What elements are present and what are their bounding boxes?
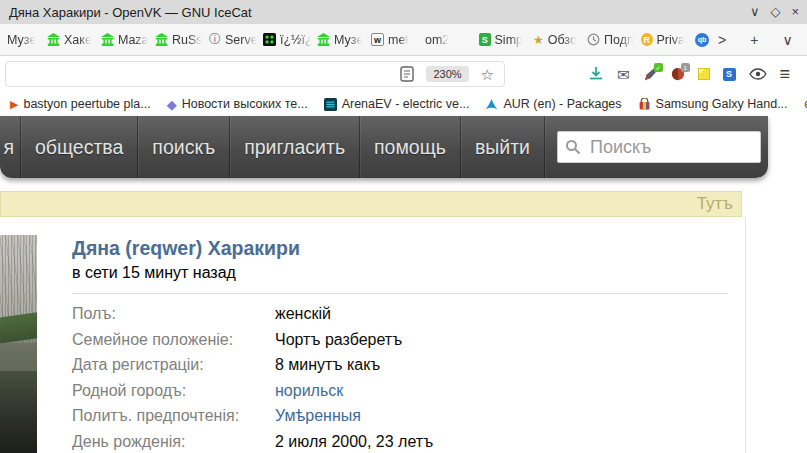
r-orange-icon: R [641,33,653,46]
minimize-button[interactable]: ∨ [750,0,760,24]
tab-strip-controls: > + ∨ [718,32,807,48]
mail-icon[interactable]: ✉ [617,67,630,82]
tab-label: Maza [118,33,149,47]
content-right-border [745,217,746,453]
search-input[interactable] [557,131,761,163]
tab[interactable]: Музе [312,24,366,55]
tab-label: Хаке [64,33,92,47]
tab[interactable]: RuSs [150,24,204,55]
globe-icon: ⊕ [804,96,807,112]
reader-mode-icon[interactable] [400,66,414,82]
tab[interactable]: om2 [420,24,474,55]
window-titlebar: Дяна Харакири - OpenVK — GNU IceCat ∨ ◇ … [0,0,807,24]
notice-banner: Тутъ [0,191,742,217]
sticky-note-icon [698,68,710,80]
browser-window: Дяна Харакири - OpenVK — GNU IceCat ∨ ◇ … [0,0,807,453]
play-icon: ▶ [10,98,18,111]
extension-blocker-icon[interactable]: 1 [671,67,685,81]
bookmark-item[interactable]: Samsung Galxy Hand... [638,97,788,111]
bookmark-item[interactable]: AUR (en) - Packages [485,97,621,111]
field-label: Семейное положеніе: [72,327,275,353]
eye-icon[interactable] [749,68,767,80]
profile-name: Дяна (reqwer) Харакири [72,236,732,260]
photo-house-wall [0,343,37,371]
extension-pen-icon[interactable]: ✓ [643,67,658,82]
tab-label: ï¿½ï¿ [280,33,312,47]
s-green-icon: S [479,33,491,46]
s-blue-icon[interactable]: S [723,68,736,81]
tab[interactable]: qb [690,24,718,55]
bookmark-item[interactable]: ⊕ [ROM][UNOFFICIAL][... [804,96,807,112]
tab[interactable]: w met [366,24,420,55]
close-button[interactable]: × [791,0,799,24]
nav-item-groups[interactable]: общества [20,116,137,178]
banner-link[interactable]: Тутъ [697,194,733,214]
field-value-link[interactable]: Умѣренныя [275,403,361,429]
window-title: Дяна Харакири - OpenVK — GNU IceCat [9,5,252,20]
bank-icon [101,33,114,46]
field-label: День рожденія: [72,429,275,453]
field-label: Полъ: [72,301,275,327]
field-value: Чортъ разберетъ [275,327,402,353]
extension-count-badge: 1 [681,63,690,72]
nav-item-my-page-partial[interactable]: я [0,116,20,178]
downloads-icon[interactable] [588,66,604,82]
bookmarks-bar: ▶ bastyon peertube pla... ◆ Новости высо… [0,92,807,116]
bookmark-item[interactable]: ArenaEV - electric ve... [324,97,470,111]
field-value: 2 июля 2000, 23 летъ [275,429,433,453]
nav-search-box [544,116,761,178]
tab-list-button[interactable]: ∨ [782,32,792,48]
field-row-marital-status: Семейное положеніе: Чортъ разберетъ [72,327,732,353]
tab[interactable]: S Simp [474,24,528,55]
tab-label: RuSs [172,33,203,47]
bookmark-item[interactable]: ▶ bastyon peertube pla... [10,97,151,111]
notes-icon[interactable] [698,68,710,80]
tab[interactable]: Подп [582,24,636,55]
zoom-level-badge[interactable]: 230% [426,66,468,82]
maximize-button[interactable]: ◇ [770,0,780,24]
tab[interactable]: R Priva [636,24,690,55]
tab[interactable]: ★ Обзо [528,24,582,55]
list-teal-icon [324,98,337,111]
profile-info: Дяна (reqwer) Харакири в сети 15 минут н… [72,236,732,453]
field-value-link[interactable]: норильск [275,378,343,404]
new-tab-button[interactable]: + [750,32,758,48]
field-label: Дата регистраціи: [72,352,275,378]
star-icon: ★ [533,33,544,47]
tab-label: met [388,33,409,47]
field-row-hometown: Родной городъ: норильск [72,378,732,404]
tab-label: om2 [425,33,449,47]
hamburger-menu-icon[interactable]: ≡ [780,65,791,83]
scroll-tabs-right-button[interactable]: > [718,32,726,48]
nav-item-invite[interactable]: пригласить [229,116,359,178]
tab[interactable]: Хаке [42,24,96,55]
tab-label: Priva [657,33,685,47]
tab[interactable]: ⓘ Serve [204,24,258,55]
field-label: Родной городъ: [72,378,275,404]
url-bar[interactable]: 230% ☆ [5,61,505,87]
extension-badge: ✓ [654,63,663,72]
tab[interactable]: ï¿½ï¿ [258,24,312,55]
field-value: 8 минутъ какъ [275,352,380,378]
tab[interactable]: Maza [96,24,150,55]
nav-item-help[interactable]: помощь [359,116,460,178]
nav-item-logout[interactable]: выйти [460,116,544,178]
field-label: Политъ. предпочтенія: [72,403,275,429]
field-row-gender: Полъ: женскій [72,301,732,327]
qb-icon: qb [695,33,709,47]
field-value: женскій [275,301,331,327]
clock-icon [587,33,600,46]
tab[interactable]: Музе [2,24,42,55]
nav-item-search[interactable]: поискъ [137,116,229,178]
bookmark-item[interactable]: ◆ Новости высоких те... [167,97,308,112]
bookmark-label: bastyon peertube pla... [23,97,150,111]
window-controls: ∨ ◇ × [750,0,799,24]
bookmark-label: Новости высоких те... [182,97,308,111]
tab-label: Музе [334,33,363,47]
browser-toolbar: 230% ☆ ✉ ✓ 1 S ≡ [0,56,807,92]
bookmark-star-icon[interactable]: ☆ [481,67,494,82]
toolbar-buttons: ✉ ✓ 1 S ≡ [588,61,790,87]
profile-photo[interactable] [0,235,37,453]
info-icon: ⓘ [209,31,221,48]
w-icon: w [371,33,384,46]
